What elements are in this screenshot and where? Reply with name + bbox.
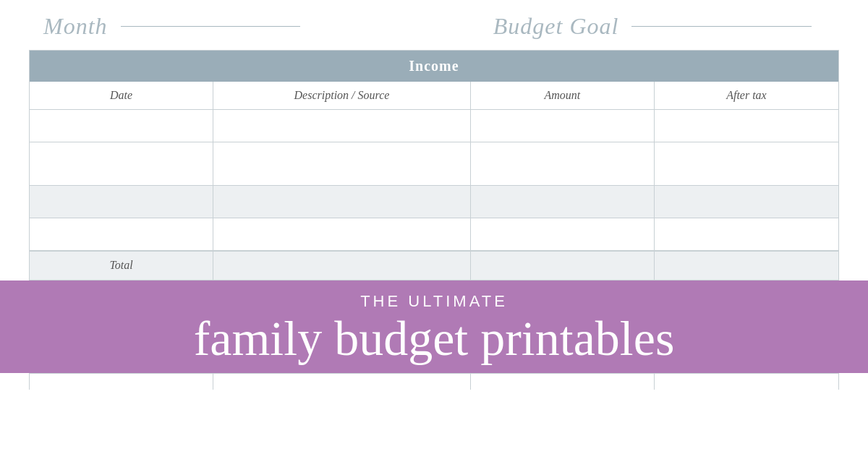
row1-amount — [471, 110, 655, 142]
row1-aftertax — [655, 110, 838, 142]
promo-banner: THE ULTIMATE family budget printables — [0, 280, 868, 373]
table-header-row: Date Description / Source Amount After t… — [30, 82, 838, 110]
table-title-row: Income — [30, 51, 838, 82]
col-description: Description / Source — [213, 82, 471, 109]
row3-date — [30, 186, 213, 218]
table-row — [30, 186, 838, 218]
total-amount — [471, 252, 655, 280]
table-row — [30, 110, 838, 142]
banner-title: family budget printables — [194, 314, 675, 363]
total-aftertax — [655, 252, 838, 280]
bottom-cell-4 — [655, 374, 838, 390]
row2-amount — [471, 142, 655, 185]
row2-aftertax — [655, 142, 838, 185]
bottom-cell-2 — [213, 374, 471, 390]
col-aftertax: After tax — [655, 82, 838, 109]
row1-desc — [213, 110, 471, 142]
row4-date — [30, 218, 213, 250]
budget-goal-label: Budget Goal — [493, 13, 619, 40]
row2-desc — [213, 142, 471, 185]
budget-goal-line — [631, 26, 812, 27]
row4-aftertax — [655, 218, 838, 250]
row3-amount — [471, 186, 655, 218]
total-desc — [213, 252, 471, 280]
total-label: Total — [30, 252, 213, 280]
row1-date — [30, 110, 213, 142]
row4-desc — [213, 218, 471, 250]
row4-amount — [471, 218, 655, 250]
banner-subtitle: THE ULTIMATE — [360, 292, 508, 311]
table-title: Income — [409, 58, 459, 74]
bottom-cell-1 — [30, 374, 213, 390]
table-total-row: Total — [30, 251, 838, 280]
bottom-cell-3 — [471, 374, 655, 390]
month-label: Month — [43, 13, 108, 40]
row2-date — [30, 142, 213, 185]
month-line — [121, 26, 301, 27]
col-date: Date — [30, 82, 213, 109]
income-table: Income Date Description / Source Amount … — [29, 50, 839, 280]
header-row: Month Budget Goal — [0, 0, 868, 50]
col-amount: Amount — [471, 82, 655, 109]
row3-desc — [213, 186, 471, 218]
table-row — [30, 142, 838, 186]
row3-aftertax — [655, 186, 838, 218]
table-row — [30, 218, 838, 251]
table-body: Total — [30, 110, 838, 280]
bottom-partial-row — [29, 373, 839, 390]
